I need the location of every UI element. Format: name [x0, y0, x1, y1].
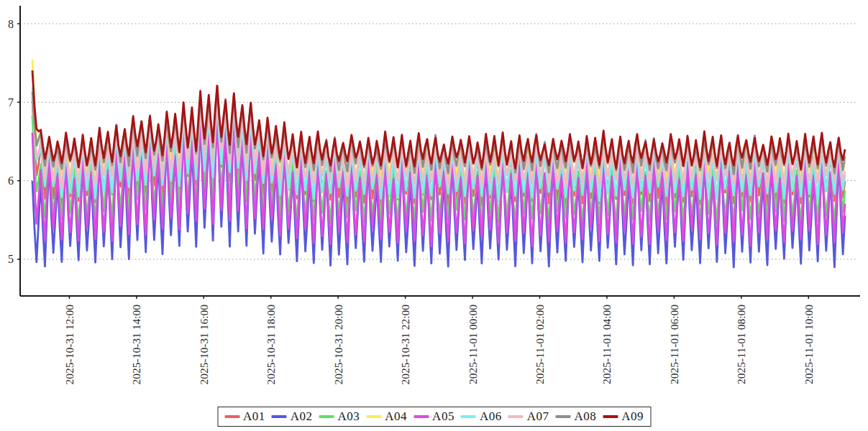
x-tick-label-0: 2025-10-31 12:00	[63, 305, 76, 385]
legend-item-A02: A02	[272, 409, 313, 424]
x-tick-label-9: 2025-11-01 06:00	[668, 305, 680, 384]
legend-label-A04: A04	[385, 409, 407, 424]
legend-label-A01: A01	[243, 409, 265, 424]
legend-label-A03: A03	[338, 409, 360, 424]
legend-swatch-A09	[603, 415, 618, 418]
legend-item-A07: A07	[508, 409, 549, 424]
legend-label-A05: A05	[432, 409, 454, 424]
line-chart: 87652025-10-31 12:002025-10-31 14:002025…	[0, 0, 868, 431]
legend-item-A05: A05	[414, 409, 454, 424]
legend-label-A07: A07	[527, 409, 549, 424]
x-tick-label-3: 2025-10-31 18:00	[265, 305, 277, 385]
y-tick-label-8: 8	[8, 18, 14, 30]
x-tick-label-10: 2025-11-01 08:00	[735, 305, 747, 384]
legend-label-A06: A06	[480, 409, 502, 424]
legend-swatch-A06	[461, 415, 476, 418]
y-tick-label-5: 5	[8, 253, 14, 265]
legend-item-A06: A06	[461, 409, 502, 424]
x-tick-label-6: 2025-11-01 00:00	[467, 305, 479, 384]
legend-swatch-A07	[508, 415, 524, 418]
legend-swatch-A08	[555, 415, 570, 418]
y-tick-label-7: 7	[8, 96, 14, 108]
legend-swatch-A01	[224, 415, 239, 418]
y-tick-label-6: 6	[8, 175, 14, 187]
plot-canvas: 87652025-10-31 12:002025-10-31 14:002025…	[0, 0, 868, 431]
series-lines-layer	[32, 60, 845, 267]
legend-label-A09: A09	[621, 409, 644, 424]
x-tick-label-2: 2025-10-31 16:00	[198, 305, 210, 385]
x-tick-label-5: 2025-10-31 22:00	[399, 305, 411, 385]
legend-label-A08: A08	[574, 409, 596, 424]
legend-swatch-A04	[366, 415, 381, 418]
x-tick-label-8: 2025-11-01 04:00	[600, 305, 613, 384]
legend-label-A02: A02	[291, 409, 313, 424]
legend-item-A01: A01	[224, 409, 265, 424]
x-tick-label-11: 2025-11-01 10:00	[803, 305, 815, 384]
chart-legend: A01A02A03A04A05A06A07A08A09	[217, 407, 651, 427]
legend-swatch-A05	[414, 415, 429, 418]
legend-item-A08: A08	[555, 409, 596, 424]
legend-swatch-A02	[272, 415, 287, 418]
legend-item-A09: A09	[603, 409, 644, 424]
x-tick-label-7: 2025-11-01 02:00	[534, 305, 546, 384]
legend-item-A04: A04	[366, 409, 407, 424]
x-tick-label-4: 2025-10-31 20:00	[332, 305, 344, 385]
x-tick-label-1: 2025-10-31 14:00	[130, 305, 142, 385]
legend-item-A03: A03	[319, 409, 360, 424]
legend-swatch-A03	[319, 415, 334, 418]
